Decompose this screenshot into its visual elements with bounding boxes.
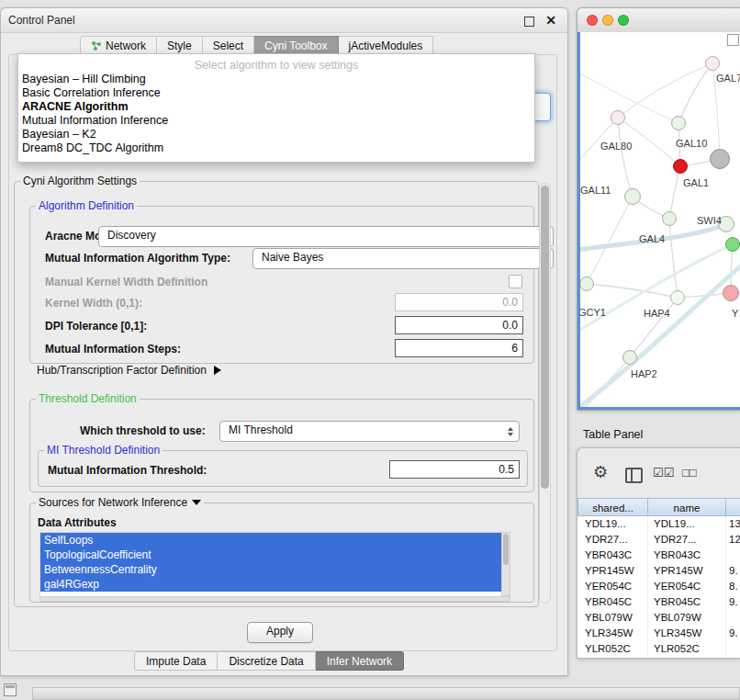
network-canvas[interactable]: GAL80GAL10GAL7GAL1GAL11GAL4SWI4GCY1HAP4Y… (577, 32, 740, 410)
traffic-light-minimize[interactable] (602, 15, 613, 26)
sources-title-text: Sources for Network Inference (39, 496, 187, 509)
column-header-partial[interactable] (725, 498, 740, 516)
deselect-all-columns-icon[interactable]: □□ (682, 466, 697, 480)
table-cell: YBR045C (647, 594, 725, 610)
table-cell: YBR043C (647, 548, 725, 563)
aracne-mode-value: Discovery (107, 229, 156, 242)
network-node-label: GAL7 (716, 73, 740, 84)
algorithm-option-bayesian-k2[interactable]: Bayesian – K2 (18, 128, 534, 141)
network-window-titlebar[interactable] (577, 8, 740, 33)
dpi-tolerance-field[interactable]: 0.0 (395, 316, 523, 334)
table-cell: YBL079W (647, 610, 725, 626)
network-node-gal4[interactable] (662, 211, 677, 226)
table-row[interactable]: YDR27...YDR27...12 (577, 532, 740, 548)
mi-algorithm-type-value: Naive Bayes (262, 251, 323, 264)
tab-label: Network (106, 37, 146, 55)
table-cell: YLR052C (647, 641, 725, 657)
network-node-hap2[interactable] (622, 350, 637, 365)
manual-kernel-width-checkbox[interactable] (509, 275, 522, 288)
attribute-item-topologicalcoefficient[interactable]: TopologicalCoefficient (40, 548, 502, 562)
table-row[interactable]: YLR052CYLR052C (577, 641, 740, 657)
network-node-hap4[interactable] (670, 290, 685, 305)
close-icon[interactable]: ✕ (545, 13, 556, 28)
columns-icon[interactable] (625, 468, 643, 483)
network-node-gal7[interactable] (705, 56, 720, 71)
bottom-tab-impute-data[interactable]: Impute Data (134, 651, 218, 671)
minimize-icon[interactable] (524, 17, 534, 27)
list-horizontal-scrollbar[interactable] (39, 596, 510, 602)
network-node-label: GCY1 (578, 307, 606, 318)
attribute-item-gal4rgexp[interactable]: gal4RGexp (40, 577, 502, 592)
network-node-y[interactable] (723, 285, 739, 301)
select-all-columns-icon[interactable]: ☑☑ (653, 466, 674, 480)
column-header-name[interactable]: name (647, 498, 725, 516)
mi-steps-field[interactable]: 6 (395, 339, 523, 357)
algorithm-option-mutual-information-inference[interactable]: Mutual Information Inference (18, 114, 534, 128)
network-node-gal11[interactable] (624, 188, 641, 205)
hub-definition-section[interactable]: Hub/Transcription Factor Definition (37, 364, 221, 377)
table-cell: 9. (725, 626, 740, 641)
data-attributes-list[interactable]: SelfLoopsTopologicalCoefficientBetweenne… (39, 532, 503, 598)
algorithm-option-basic-correlation-inference[interactable]: Basic Correlation Inference (18, 86, 534, 100)
network-node[interactable] (725, 237, 740, 252)
birdseye-toggle[interactable] (727, 34, 739, 46)
kernel-width-field[interactable]: 0.0 (395, 293, 523, 311)
network-node-gcy1[interactable] (579, 277, 594, 291)
network-node-label: SWI4 (697, 215, 722, 226)
which-threshold-select[interactable]: MI Threshold (219, 421, 520, 442)
network-node-gal10[interactable] (671, 116, 686, 130)
algorithm-option-aracne-algorithm[interactable]: ARACNE Algorithm (18, 100, 534, 114)
network-node-label: HAP2 (631, 368, 657, 379)
table-cell: YPR145W (647, 563, 725, 579)
table-row[interactable]: YBR043CYBR043C (577, 548, 740, 563)
table-cell: YBR043C (577, 548, 647, 563)
restore-panel-icon[interactable] (4, 683, 17, 696)
tab-label: jActiveModules (349, 37, 423, 55)
hub-definition-label: Hub/Transcription Factor Definition (37, 364, 207, 377)
table-cell (725, 610, 740, 626)
table-cell: YDL19... (647, 516, 725, 532)
network-node[interactable] (710, 149, 730, 169)
algorithm-popup: Select algorithm to view settings Bayesi… (17, 53, 535, 163)
mi-threshold-field[interactable]: 0.5 (389, 460, 520, 479)
aracne-mode-select[interactable]: Discovery (98, 226, 554, 247)
table-row[interactable]: YER054CYER054C8. (577, 579, 740, 594)
table-row[interactable]: YLR345WYLR345W9. (577, 626, 740, 641)
tab-label: Select (213, 37, 243, 55)
settings-scrollbar-thumb[interactable] (541, 186, 549, 489)
control-panel-titlebar[interactable]: Control Panel ✕ (1, 8, 567, 33)
traffic-light-zoom[interactable] (618, 15, 629, 26)
dpi-tolerance-label: DPI Tolerance [0,1]: (45, 320, 147, 333)
table-row[interactable]: YBR045CYBR045C9. (577, 594, 740, 610)
table-row[interactable]: YPR145WYPR145W9. (577, 563, 740, 579)
collapse-caret-icon[interactable] (192, 500, 201, 505)
table-row[interactable]: YBL079WYBL079W (577, 610, 740, 626)
attribute-item-selfloops[interactable]: SelfLoops (40, 533, 502, 548)
network-node-label: GAL1 (683, 177, 709, 188)
threshold-definition-group: Threshold Definition Which threshold to … (29, 399, 534, 492)
settings-scrollbar[interactable] (539, 183, 551, 604)
table-cell: 8. (725, 579, 740, 594)
traffic-light-close[interactable] (587, 15, 598, 26)
attribute-item-betweennesscentrality[interactable]: BetweennessCentrality (40, 562, 502, 577)
network-node-gal1[interactable] (673, 159, 688, 174)
bottom-panel-strip (32, 687, 740, 700)
table-row[interactable]: YDL19...YDL19...13 (577, 516, 740, 532)
apply-button[interactable]: Apply (247, 622, 313, 643)
network-node-label: GAL10 (676, 138, 707, 149)
settings-gear-icon[interactable]: ⚙ (593, 464, 608, 480)
column-header-shared-name[interactable]: shared... (577, 498, 647, 516)
bottom-tab-discretize-data[interactable]: Discretize Data (218, 651, 315, 671)
network-node-gal80[interactable] (611, 110, 625, 125)
algorithm-option-bayesian-hill-climbing[interactable]: Bayesian – Hill Climbing (18, 73, 534, 86)
algorithm-option-dream8-dc-tdc-algorithm[interactable]: Dream8 DC_TDC Algorithm (18, 141, 534, 155)
network-view-window: GAL80GAL10GAL7GAL1GAL11GAL4SWI4GCY1HAP4Y… (577, 7, 740, 411)
sources-title: Sources for Network Inference (36, 496, 204, 509)
table-cell: YER054C (577, 579, 647, 594)
list-vertical-scrollbar[interactable] (501, 532, 510, 596)
mi-algorithm-type-select[interactable]: Naive Bayes (252, 248, 554, 269)
bottom-tab-infer-network[interactable]: Infer Network (316, 651, 404, 671)
mi-threshold-title: MI Threshold Definition (44, 444, 163, 457)
table-cell: YDR27... (647, 532, 725, 548)
table-cell (725, 641, 740, 657)
